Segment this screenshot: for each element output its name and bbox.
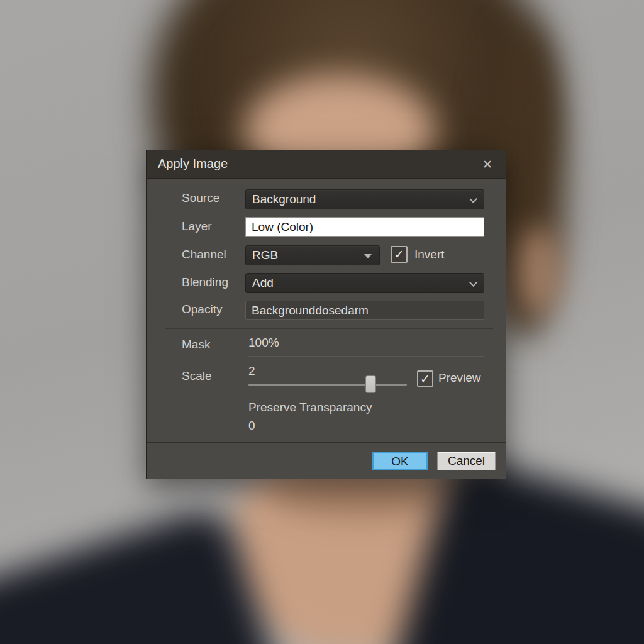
apply-image-dialog: Apply Image ✕ Source Background Layer Ch…	[146, 150, 506, 479]
invert-label: Invert	[414, 248, 445, 262]
invert-checkbox[interactable]: ✓	[391, 246, 408, 263]
blending-dropdown-value: Add	[252, 276, 274, 289]
preview-checkbox[interactable]: ✓	[417, 370, 433, 387]
source-label: Source	[182, 191, 219, 205]
scale-label: Scale	[182, 369, 212, 383]
ok-button[interactable]: OK	[372, 452, 428, 470]
preserve-transparency-label: Preserve Transparancy	[248, 401, 372, 414]
chin-shadow-shape	[269, 473, 453, 518]
channel-dropdown[interactable]: RGB	[245, 245, 380, 265]
opacity-input[interactable]	[245, 301, 484, 320]
preview-label: Preview	[438, 371, 481, 385]
blending-label: Blending	[182, 275, 228, 289]
opacity-label: Opacity	[182, 303, 222, 316]
blending-dropdown[interactable]: Add	[245, 273, 484, 293]
dialog-title: Apply Image	[158, 157, 228, 171]
mask-value: 100%	[248, 336, 279, 350]
close-icon[interactable]: ✕	[478, 155, 497, 174]
layer-label: Layer	[182, 219, 212, 233]
ear-shape	[514, 226, 561, 314]
dialog-titlebar[interactable]: Apply Image ✕	[147, 150, 506, 179]
chevron-down-icon	[469, 279, 477, 287]
preserve-transparency-value: 0	[248, 419, 255, 433]
mask-field-underline	[248, 356, 484, 357]
mask-label: Mask	[182, 338, 210, 352]
footer-divider	[147, 442, 506, 443]
check-icon: ✓	[394, 248, 404, 261]
scale-value: 2	[248, 364, 255, 378]
check-icon: ✓	[420, 372, 430, 386]
scale-slider-handle[interactable]	[365, 375, 376, 393]
channel-dropdown-value: RGB	[252, 248, 278, 262]
cancel-button[interactable]: Cancel	[437, 452, 496, 470]
channel-label: Channel	[182, 248, 226, 262]
triangle-down-icon	[364, 254, 372, 258]
source-dropdown[interactable]: Background	[245, 189, 484, 209]
scale-slider[interactable]	[248, 384, 407, 386]
chevron-down-icon	[469, 195, 477, 203]
screenshot-stage: Apply Image ✕ Source Background Layer Ch…	[0, 0, 644, 644]
layer-input[interactable]	[245, 217, 484, 237]
section-divider	[165, 328, 493, 328]
source-dropdown-value: Background	[252, 192, 316, 206]
